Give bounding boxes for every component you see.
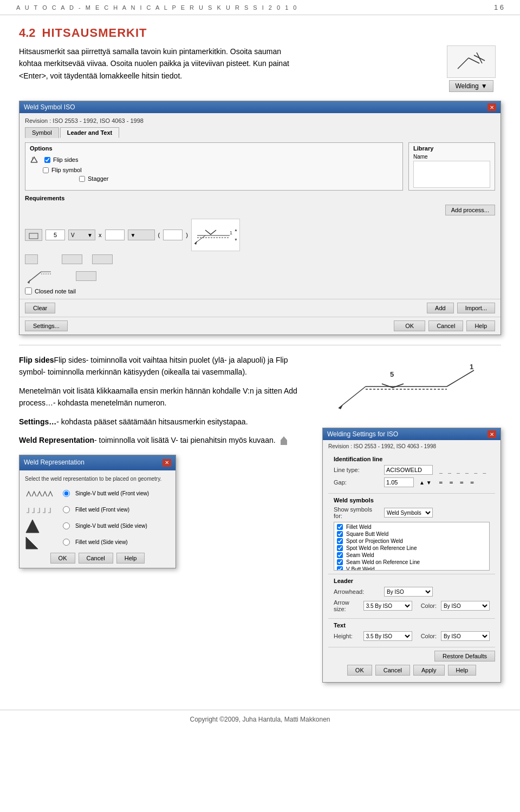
dropdown-arrow: ▼ [87,232,93,238]
gap-up[interactable]: ▲ [419,480,425,486]
single-v-front-icon [25,489,55,499]
welding-settings-dialog: Welding Settings for ISO ✕ Revision : IS… [322,428,501,683]
arrow-color-select[interactable]: By ISO [441,601,490,611]
weld-type-dropdown[interactable]: V ▼ [68,230,95,240]
symbol-check-2[interactable] [337,538,343,544]
flip-sides-checkbox[interactable] [44,157,50,163]
arrowhead-row: Arrowhead: By ISO [334,587,490,597]
flip-symbol-checkbox[interactable] [43,167,49,173]
fillet-front-icon [25,505,55,515]
add-button[interactable]: Add [427,303,454,313]
weld-third-row [25,266,495,285]
rep-dialog-titlebar: Weld Representation ✕ [20,455,176,470]
closed-note-checkbox[interactable] [25,287,32,294]
settings-ok-btn[interactable]: OK [347,665,372,676]
text-title: Text [334,622,490,628]
weld-size2-input[interactable] [105,230,125,240]
rep-radio-2[interactable] [63,506,70,513]
weld-small-btn1[interactable] [25,254,38,264]
restore-defaults-btn[interactable]: Restore Defaults [434,651,495,662]
svg-text:▼: ▼ [234,238,238,241]
page-footer: Copyright ©2009, Juha Hantula, Matti Mak… [0,710,520,729]
arrowhead-select[interactable]: By ISO [384,587,433,597]
rep-label-1: Single-V butt weld (Front view) [75,489,170,498]
page-header: A U T O C A D - M E C H A N I C A L P E … [0,0,520,15]
settings-apply-btn[interactable]: Apply [413,665,445,676]
symbol-list: Fillet WeldSquare Butt WeldSpot or Proje… [334,522,490,571]
gap-down[interactable]: ▼ [426,480,432,486]
weld-symbols-title: Weld symbols [334,497,490,503]
symbol-label-6: V Butt Weld [346,566,375,571]
weld-btn-bottom[interactable] [76,271,96,281]
paren-open: ( [158,232,160,238]
weld-type2-dropdown[interactable]: ▼ [128,230,155,240]
height-row: Height: 3.5 By ISO Color: By ISO [334,631,490,641]
add-process-button[interactable]: Add process... [445,205,495,215]
header-page: 1 6 [494,3,504,11]
height-select[interactable]: 3.5 By ISO [363,631,412,641]
tab-symbol[interactable]: Symbol [25,127,59,138]
clear-button[interactable]: Clear [25,303,55,313]
cancel-button[interactable]: Cancel [428,320,463,331]
ok-button[interactable]: OK [394,320,425,331]
symbol-item-4: Seam Weld [335,552,488,559]
symbol-check-0[interactable] [337,524,343,530]
symbol-item-2: Spot or Projection Weld [335,538,488,545]
text-section: Text Height: 3.5 By ISO Color: By ISO [328,619,495,647]
rep-radio-4[interactable] [63,539,70,546]
welding-icon-svg [455,50,487,74]
weld-small-btn2[interactable] [62,254,82,264]
symbol-check-1[interactable] [337,531,343,537]
svg-text:1: 1 [230,230,232,235]
weld-size-input[interactable] [46,230,65,240]
x-label: x [99,232,102,238]
rep-help-btn[interactable]: Help [116,553,145,564]
dialog-tabs: Symbol Leader and Text [25,127,495,138]
library-panel: Library Name [408,142,495,191]
weld-size3-input[interactable] [163,230,183,240]
symbol-label-2: Spot or Projection Weld [346,538,403,544]
weld-small-btn3[interactable] [92,254,113,264]
rep-cancel-btn[interactable]: Cancel [79,553,113,564]
intro-text: Hitsausmerkit saa piirrettyä samalla tav… [19,45,431,82]
rep-icon-3 [25,520,57,532]
restore-row: Restore Defaults [328,647,495,665]
svg-marker-15 [28,279,30,284]
rep-dialog-close[interactable]: ✕ [162,459,171,467]
rep-radio-1[interactable] [63,490,70,497]
footer-text: Copyright ©2009, Juha Hantula, Matti Mak… [190,716,330,723]
import-button[interactable]: Import... [457,303,495,313]
welding-dropdown-button[interactable]: Welding ▼ [449,80,493,92]
rep-ok-btn[interactable]: OK [50,553,75,564]
gap-input[interactable] [384,477,414,487]
dialog-close-button[interactable]: ✕ [487,103,496,111]
symbol-check-5[interactable] [337,559,343,565]
text-color-select[interactable]: By ISO [441,631,490,641]
library-list[interactable] [413,161,490,188]
settings-footer: OK Cancel Apply Help [328,665,495,679]
symbol-check-3[interactable] [337,545,343,551]
weld-left-btn[interactable] [25,229,42,241]
rep-row-3: Single-V butt weld (Side view) [25,520,170,532]
line-type-input[interactable] [384,465,433,475]
symbol-check-4[interactable] [337,552,343,558]
symbol-check-6[interactable] [337,566,343,571]
dialog-subtitle: Revision : ISO 2553 - 1992, ISO 4063 - 1… [25,117,495,124]
settings-help-btn[interactable]: Help [448,665,477,676]
settings-close[interactable]: ✕ [487,430,496,438]
show-for-label: Show symbols for: [334,506,380,519]
paren-close: ) [186,232,188,238]
stagger-checkbox[interactable] [79,176,85,182]
leader-title: Leader [334,578,490,584]
rep-row-4: Fillet weld (Side view) [25,536,170,548]
arrow-size-select[interactable]: 3.5 By ISO [363,601,412,611]
settings-cancel-btn[interactable]: Cancel [375,665,410,676]
help-button[interactable]: Help [466,320,495,331]
id-line-section: Identification line Line type: _ _ _ _ _… [328,453,495,494]
show-for-select[interactable]: Weld Symbols [384,508,433,518]
settings-button[interactable]: Settings... [25,320,68,331]
settings-titlebar: Welding Settings for ISO ✕ [323,428,500,440]
height-label: Height: [334,633,359,639]
tab-leader-text[interactable]: Leader and Text [60,127,120,138]
rep-radio-3[interactable] [63,522,70,529]
